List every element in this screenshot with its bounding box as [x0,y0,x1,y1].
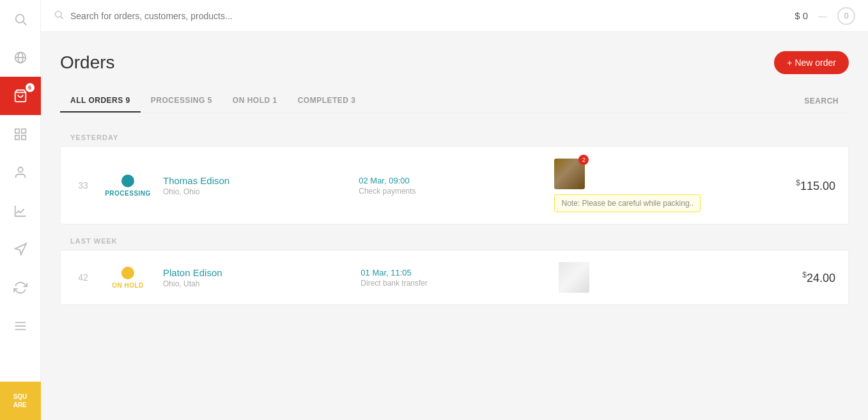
order-note-33: Note: Please be careful while packing.. [554,194,701,212]
order-number-33: 33 [74,180,93,191]
price-symbol-42: $ [802,270,807,279]
search-input[interactable] [70,11,794,21]
order-products-33: 2 Note: Please be careful while packing.… [554,159,783,212]
product-thumb-wrapper-42 [559,262,589,293]
sidebar-item-menu[interactable] [0,307,41,345]
order-payment-33: Check payments [359,187,541,196]
customer-name-42: Platon Edison [163,267,348,278]
order-meta-42: 01 Mar, 11:05 Direct bank transfer [360,268,545,288]
page-header: Orders + New order [60,51,849,74]
section-yesterday: YESTERDAY [60,126,849,146]
customer-location-42: Ohio, Utah [163,279,348,288]
customer-location-33: Ohio, Ohio [163,187,346,196]
product-thumb-42 [559,262,589,293]
price-symbol-33: $ [796,178,800,187]
grid-icon [13,127,27,141]
topbar-divider: — [818,11,827,21]
topbar: $ 0 — 0 [41,0,868,32]
user-icon [13,166,27,180]
sidebar-item-search[interactable] [0,0,41,38]
topbar-amount: $ 0 [794,10,808,21]
sidebar-item-marketing[interactable] [0,230,41,268]
product-count-badge-33: 2 [578,155,589,165]
order-number-42: 42 [74,272,93,283]
sidebar-item-grid[interactable] [0,115,41,153]
tab-on-hold[interactable]: ON HOLD 1 [222,89,288,113]
status-label-33: PROCESSING [105,190,151,197]
order-date-42: 01 Mar, 11:05 [360,268,545,277]
svg-point-0 [15,15,24,23]
order-meta-33: 02 Mar, 09:00 Check payments [359,176,541,196]
tab-all-orders[interactable]: ALL ORDERS 9 [60,89,141,113]
svg-point-14 [56,11,61,17]
page-title: Orders [60,52,115,73]
section-last-week: LAST WEEK [60,229,849,250]
svg-point-10 [18,167,22,172]
topbar-circle: 0 [837,7,855,25]
svg-rect-7 [21,129,25,133]
svg-rect-9 [21,136,25,139]
status-dot-on-hold [121,267,134,279]
refresh-icon [13,281,27,295]
product-image-white [559,262,589,293]
tabs-bar: ALL ORDERS 9 PROCESSING 5 ON HOLD 1 COMP… [60,89,849,113]
customer-name-33: Thomas Edison [163,175,346,186]
order-status-33: PROCESSING [105,175,150,197]
sidebar: 6 SQUARE [0,0,41,420]
order-row-33[interactable]: 33 PROCESSING Thomas Edison Ohio, Ohio 0… [60,146,849,224]
tab-search[interactable]: SEARCH [794,90,849,112]
product-thumb-wrapper-33: 2 [554,159,585,189]
order-date-33: 02 Mar, 09:00 [359,176,541,185]
tab-processing[interactable]: PROCESSING 5 [141,89,222,113]
search-icon [13,12,27,26]
order-products-42 [559,262,790,293]
status-dot-processing [121,175,134,187]
chart-icon [13,204,27,218]
order-payment-42: Direct bank transfer [360,279,545,288]
tab-completed[interactable]: COMPLETED 3 [288,89,366,113]
svg-line-1 [23,22,26,25]
sidebar-item-globe[interactable] [0,38,41,77]
marketing-icon [13,242,27,256]
cart-badge: 6 [26,83,35,92]
menu-icon [13,319,27,333]
order-row-42[interactable]: 42 ON HOLD Platon Edison Ohio, Utah 01 M… [60,250,849,305]
svg-rect-6 [15,129,19,133]
sidebar-item-orders[interactable]: 6 [0,77,41,115]
page-content: Orders + New order ALL ORDERS 9 PROCESSI… [41,32,868,420]
sidebar-item-user[interactable] [0,153,41,192]
main-content: $ 0 — 0 Orders + New order ALL ORDERS 9 … [41,0,868,420]
topbar-search-icon [54,10,64,22]
order-price-42: $24.00 [802,270,835,285]
cart-icon [13,89,27,103]
svg-line-15 [61,17,63,19]
sidebar-item-refresh[interactable] [0,268,41,307]
order-price-33: $115.00 [796,178,835,193]
status-label-42: ON HOLD [112,282,144,289]
order-customer-42: Platon Edison Ohio, Utah [163,267,348,288]
order-status-42: ON HOLD [105,267,150,289]
order-customer-33: Thomas Edison Ohio, Ohio [163,175,346,196]
sidebar-logo[interactable]: SQUARE [0,382,41,420]
sidebar-item-chart[interactable] [0,192,41,230]
new-order-button[interactable]: + New order [774,51,849,74]
svg-rect-8 [15,136,19,139]
globe-icon [13,51,27,65]
